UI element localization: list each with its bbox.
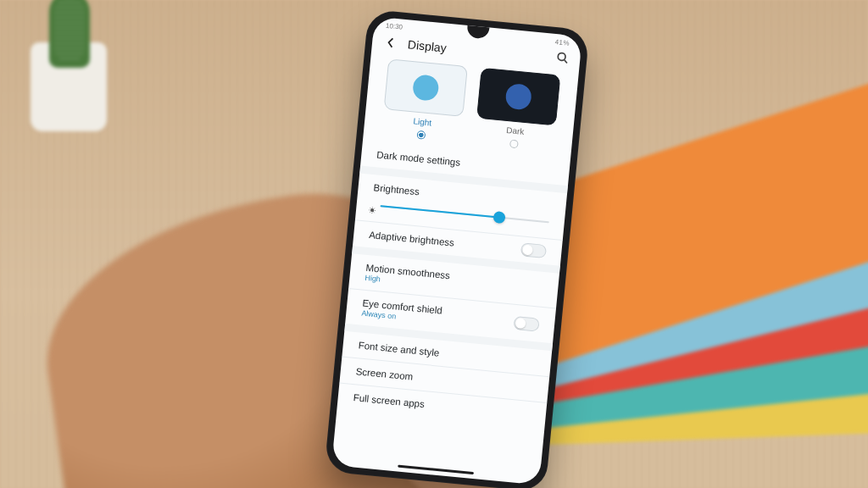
- toggle-eye-comfort[interactable]: [513, 315, 539, 331]
- theme-label-dark: Dark: [506, 125, 525, 136]
- theme-label-light: Light: [413, 116, 432, 127]
- svg-point-1: [370, 208, 373, 211]
- radio-light[interactable]: [416, 130, 426, 140]
- radio-dark[interactable]: [509, 139, 519, 148]
- svg-line-8: [370, 212, 370, 213]
- theme-option-dark[interactable]: Dark: [471, 67, 563, 152]
- status-battery: 41%: [554, 38, 570, 47]
- search-icon[interactable]: [555, 51, 569, 67]
- phone-screen: 10:30 41% Display Light Dark: [331, 16, 582, 485]
- svg-line-6: [370, 208, 371, 208]
- phone: 10:30 41% Display Light Dark: [324, 9, 589, 488]
- back-button[interactable]: [383, 36, 398, 50]
- svg-point-0: [558, 53, 566, 61]
- svg-line-9: [374, 208, 375, 209]
- theme-preview-light: [384, 58, 468, 117]
- toggle-adaptive-brightness[interactable]: [520, 242, 547, 258]
- plant: [31, 42, 107, 131]
- theme-option-light[interactable]: Light: [379, 58, 470, 143]
- brightness-icon: [369, 202, 376, 209]
- svg-line-7: [374, 212, 375, 213]
- theme-preview-dark: [476, 68, 560, 126]
- status-time: 10:30: [386, 22, 403, 31]
